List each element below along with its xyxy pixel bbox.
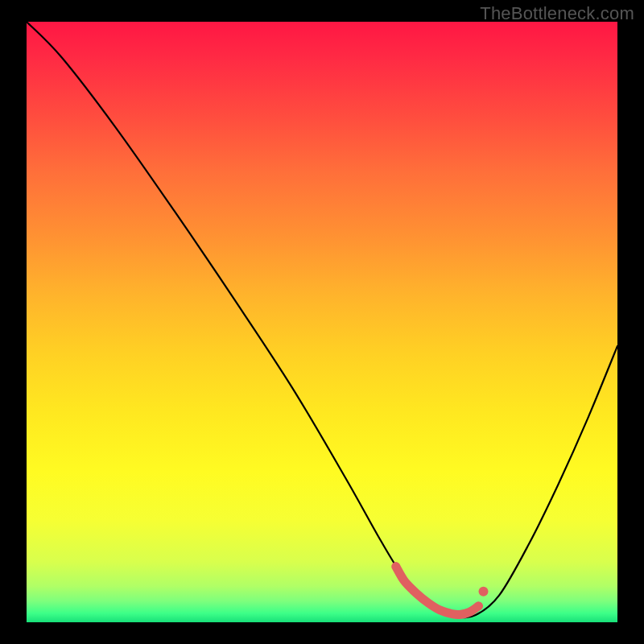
bottleneck-chart [0,0,644,644]
plot-background [27,22,617,622]
chart-container: TheBottleneck.com [0,0,644,644]
sweet-spot-end-dot [479,587,489,597]
watermark-text: TheBottleneck.com [480,3,634,24]
